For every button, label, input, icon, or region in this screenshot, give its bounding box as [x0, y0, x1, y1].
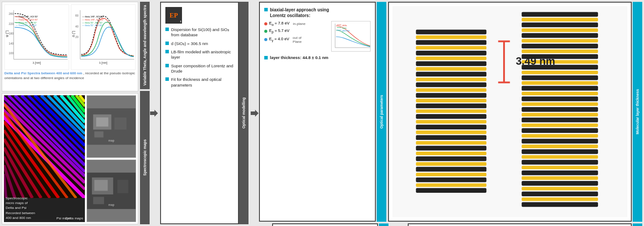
thumb1-svg: map	[87, 96, 136, 157]
params-title-row: biaxial-layer approach using Lorentz osc…	[264, 7, 371, 18]
svg-rect-130	[522, 145, 598, 148]
eg-note: out ofPlane	[293, 36, 301, 44]
right-stack	[522, 12, 598, 207]
svg-rect-82	[416, 72, 486, 76]
svg-rect-129	[522, 139, 598, 143]
params-title: biaxial-layer approach using Lorentz osc…	[270, 7, 329, 18]
double-arrows	[259, 223, 272, 226]
svg-rect-139	[522, 191, 598, 196]
param-ea: Eα = 7.8 eV in-plane	[264, 21, 328, 27]
map-thumbnails: map map	[87, 95, 136, 222]
molecular-panel: 3.49 nm	[388, 2, 632, 222]
svg-marker-63	[150, 110, 158, 117]
svg-marker-64	[251, 110, 259, 117]
epi-logo-text: EP	[169, 12, 178, 19]
svg-text:— theta 55°, AOI 60°: — theta 55°, AOI 60°	[82, 24, 103, 27]
svg-rect-137	[522, 181, 598, 186]
svg-rect-75	[416, 35, 486, 39]
histogram-wrapper: counts d [nm] 500 20 40 60 80 100	[408, 223, 644, 226]
svg-rect-100	[416, 167, 486, 172]
bullet-square-2	[165, 42, 169, 45]
svg-rect-138	[522, 187, 598, 190]
svg-text:— Theta 55°, AOI 60°: — Theta 55°, AOI 60°	[16, 24, 37, 27]
svg-rect-136	[522, 176, 598, 180]
svg-rect-55	[94, 132, 104, 138]
bullet-text-5: Fit for thickness and optical parameters	[171, 77, 234, 88]
molecular-label: Molecular layer thickness	[633, 2, 642, 222]
svg-rect-83	[416, 78, 486, 81]
thickness-map-panel: 350 250 150 100 50 0 0 50 100 150 200	[272, 223, 378, 226]
svg-rect-105	[522, 12, 598, 17]
svg-rect-128	[522, 134, 598, 138]
bullet-1: Dispersion for Si(100) and SiO₂ from dat…	[165, 27, 234, 38]
svg-rect-88	[416, 104, 486, 108]
bullet-square-1	[165, 28, 169, 31]
svg-rect-104	[416, 188, 486, 193]
svg-rect-107	[522, 23, 598, 28]
svg-rect-132	[522, 155, 598, 159]
optical-params-label: Optical parameters	[377, 2, 386, 222]
svg-text:— Theta 45°, AOI 50°: — Theta 45°, AOI 50°	[16, 21, 37, 24]
svg-text:map: map	[108, 139, 115, 143]
svg-text:map: map	[108, 203, 115, 207]
bullet-square-4	[165, 64, 169, 67]
thickness-map-label: Thickness map	[379, 223, 388, 226]
svg-rect-108	[522, 28, 598, 32]
svg-text:ψ [°]: ψ [°]	[5, 31, 9, 37]
svg-rect-98	[416, 156, 486, 161]
svg-rect-84	[416, 83, 486, 87]
params-content: Eα = 7.8 eV in-plane Eβ = 5.7 eV	[264, 21, 371, 52]
svg-text:40: 40	[75, 25, 79, 28]
svg-text:— theta 55°, AOI 50°: — theta 55°, AOI 50°	[82, 21, 103, 24]
thickness-map-wrapper: 350 250 150 100 50 0 0 50 100 150 200	[272, 223, 390, 226]
molecular-wrapper: 3.49 nm Molecular layer thickness	[388, 0, 644, 223]
svg-text:260: 260	[9, 12, 14, 15]
spectra-caption: Delta and Psi Spectra between 400 and 60…	[4, 71, 136, 81]
left-stack	[416, 30, 486, 193]
svg-rect-141	[522, 202, 598, 207]
params-bullet	[264, 8, 268, 11]
bottom-row: 350 250 150 100 50 0 0 50 100 150 200	[259, 223, 644, 226]
ea-note: in-plane	[293, 22, 305, 26]
svg-rect-112	[522, 49, 598, 53]
params-decay-chart: delta beta gamma	[331, 21, 371, 52]
optical-modelling-panel: EP ι Dispersion for Si(100) and SiO₂ fro…	[160, 2, 239, 224]
optical-params-wrapper: biaxial-layer approach using Lorentz osc…	[259, 0, 388, 223]
main-container: ψ [°] 260 220 180 140 100 λ [nm]	[0, 0, 644, 226]
layer-thickness-row: layer thickness: 44.8 ± 0.1 nm	[264, 55, 371, 60]
optical-modelling-label: Optical modelling	[239, 2, 248, 224]
maps-caption: Spectroscopic micro maps of Delta and Ps…	[6, 196, 35, 220]
charts-row: ψ [°] 260 220 180 140 100 λ [nm]	[4, 4, 136, 70]
svg-text:3.49 nm: 3.49 nm	[516, 55, 555, 67]
svg-rect-53	[96, 118, 108, 127]
maps-panel: Spectroscopic micro maps of Delta and Ps…	[2, 93, 138, 224]
svg-rect-99	[416, 162, 486, 166]
param-eb: Eβ = 5.7 eV	[264, 28, 328, 34]
bullet-3: LB-film modeled with anisotropic layer	[165, 49, 234, 60]
svg-text:λ [nm]: λ [nm]	[33, 61, 41, 65]
arrow-2	[250, 0, 259, 226]
svg-text:— Theta 145°, AOI 60°: — Theta 145°, AOI 60°	[16, 18, 38, 21]
bullet-text-1: Dispersion for Si(100) and SiO₂ from dat…	[171, 27, 234, 38]
svg-rect-94	[416, 135, 486, 140]
svg-rect-133	[522, 160, 598, 165]
delta-maps-label: Delta maps	[66, 216, 83, 220]
svg-rect-86	[416, 93, 486, 98]
svg-rect-103	[416, 183, 486, 187]
svg-rect-95	[416, 141, 486, 145]
layer-thickness-text: layer thickness: 44.8 ± 0.1 nm	[270, 55, 329, 60]
bullet-2: d (SiO₂) = 306.5 nm	[165, 41, 234, 46]
ea-dot	[264, 22, 267, 25]
params-list: Eα = 7.8 eV in-plane Eβ = 5.7 eV	[264, 21, 328, 52]
histogram-panel: counts d [nm] 500 20 40 60 80 100	[408, 223, 632, 226]
epi-logo-box: EP ι	[165, 7, 182, 24]
eb-label: Eβ = 5.7 eV	[269, 28, 290, 34]
arrow-1	[150, 0, 158, 226]
bullet-4: Super composition of Lorentz and Drude	[165, 63, 234, 74]
svg-rect-60	[117, 180, 128, 194]
epi-logo-m: ι	[180, 19, 181, 23]
svg-rect-125	[522, 118, 598, 122]
psi-chart-svg: ψ [°] 260 220 180 140 100 λ [nm]	[5, 5, 69, 70]
svg-rect-131	[522, 150, 598, 154]
optical-modelling-wrapper: EP ι Dispersion for Si(100) and SiO₂ fro…	[158, 0, 250, 226]
